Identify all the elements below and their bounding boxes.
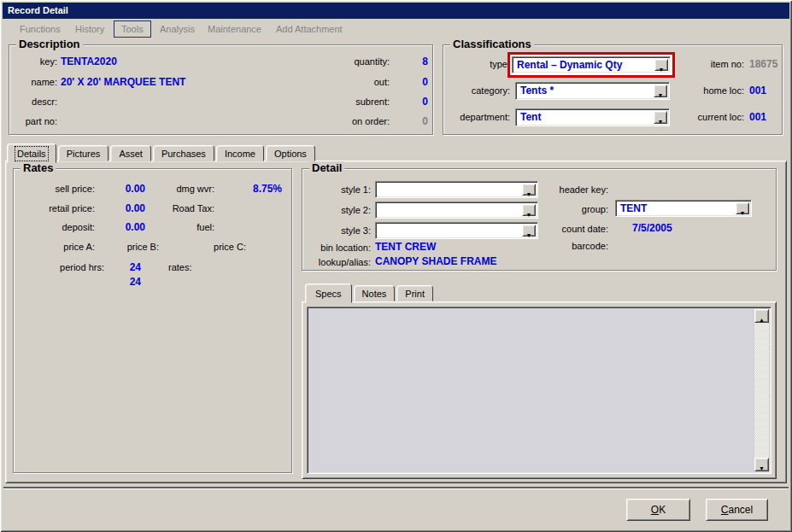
binloc-label: bin location: <box>302 242 371 254</box>
specs-tab-panel: ▲ ▼ <box>302 301 777 479</box>
details-tab-panel: Rates sell price: 0.00 dmg wvr: 8.75% re… <box>5 161 787 483</box>
footer-divider <box>3 487 789 489</box>
rates-label: rates: <box>168 261 192 274</box>
out-value: 0 <box>394 76 428 89</box>
homeloc-value: 001 <box>749 85 766 97</box>
lookup-label: lookup/alias: <box>302 256 371 269</box>
description-legend: Description <box>16 38 83 50</box>
subrent-value: 0 <box>394 96 428 108</box>
currentloc-label: current loc: <box>614 111 744 124</box>
key-value: TENTA2020 <box>61 56 117 68</box>
pricec-label: price C: <box>169 241 246 254</box>
out-label: out: <box>253 76 390 89</box>
lookup-value: CANOPY SHADE FRAME <box>375 255 496 268</box>
menu-bar: Functions History Tools Analysis Mainten… <box>3 19 789 39</box>
periodhrs-value-2: 24 <box>97 276 141 289</box>
retailprice-label: retail price: <box>14 202 95 215</box>
onorder-value: 0 <box>394 115 428 128</box>
tab-pictures[interactable]: Pictures <box>58 145 109 161</box>
subrent-label: subrent: <box>253 96 390 108</box>
category-label: category: <box>443 85 510 97</box>
homeloc-label: home loc: <box>614 85 744 97</box>
scroll-up-button[interactable]: ▲ <box>754 309 769 323</box>
key-label: key: <box>9 56 57 68</box>
priceb-label: price B: <box>82 241 159 254</box>
menu-maintenance[interactable]: Maintenance <box>208 23 261 35</box>
type-value: Rental – Dynamic Qty <box>517 59 622 72</box>
style3-label: style 3: <box>302 225 371 237</box>
itemno-value: 18675 <box>749 58 777 71</box>
type-label: type: <box>443 58 510 71</box>
partno-label: part no: <box>9 115 57 128</box>
dmgwvr-label: dmg wvr: <box>129 183 214 196</box>
title-bar: Record Detail <box>3 3 789 19</box>
scroll-up-icon: ▲ <box>759 317 765 323</box>
classifications-legend: Classifications <box>450 38 534 50</box>
group-dropdown-button[interactable]: ▼ <box>736 202 749 214</box>
tab-options[interactable]: Options <box>266 145 315 161</box>
descr-label: descr: <box>9 96 57 108</box>
chevron-down-icon: ▼ <box>740 210 746 216</box>
name-value: 20' X 20' MARQUEE TENT <box>61 76 185 89</box>
periodhrs-label: period hrs: <box>14 261 104 274</box>
menu-analysis[interactable]: Analysis <box>160 23 195 35</box>
tab-specs[interactable]: Specs <box>305 284 352 303</box>
countdate-value: 7/5/2005 <box>632 222 672 235</box>
cancel-button[interactable]: Cancel <box>706 499 768 521</box>
group-label: group: <box>506 203 608 216</box>
binloc-value: TENT CREW <box>375 241 436 254</box>
quantity-value: 8 <box>394 56 428 68</box>
detail-legend: Detail <box>309 161 344 174</box>
dmgwvr-value: 8.75% <box>219 183 282 196</box>
roadtax-label: Road Tax: <box>129 202 214 215</box>
name-label: name: <box>9 76 57 89</box>
sellprice-label: sell price: <box>14 183 95 196</box>
vertical-scrollbar[interactable]: ▲ ▼ <box>754 309 769 471</box>
barcode-label: barcode: <box>506 240 608 253</box>
itemno-label: item no: <box>614 58 744 71</box>
specs-textarea[interactable]: ▲ ▼ <box>307 307 771 474</box>
style2-label: style 2: <box>302 204 371 217</box>
description-group: Description key: TENTA2020 name: 20' X 2… <box>9 44 433 135</box>
currentloc-value: 001 <box>749 111 766 124</box>
tab-asset[interactable]: Asset <box>110 145 151 161</box>
quantity-label: quantity: <box>253 56 390 68</box>
detail-group: Detail style 1: ▼ style 2: ▼ style 3: ▼ … <box>302 168 777 271</box>
window-title: Record Detail <box>8 5 68 15</box>
onorder-label: on order: <box>253 115 390 128</box>
rates-legend: Rates <box>21 161 56 174</box>
countdate-label: count date: <box>506 223 608 236</box>
menu-tools[interactable]: Tools <box>114 20 151 38</box>
ok-button[interactable]: OK <box>626 499 690 521</box>
tab-print[interactable]: Print <box>396 285 433 301</box>
deposit-label: deposit: <box>14 221 95 234</box>
tab-purchases[interactable]: Purchases <box>153 145 214 161</box>
rates-group: Rates sell price: 0.00 dmg wvr: 8.75% re… <box>13 168 292 473</box>
menu-add-attachment[interactable]: Add Attachment <box>276 23 343 35</box>
tab-notes[interactable]: Notes <box>354 285 396 301</box>
department-value: Tent <box>520 111 541 124</box>
department-label: department: <box>443 111 510 124</box>
menu-history[interactable]: History <box>75 23 104 35</box>
group-value: TENT <box>620 202 647 215</box>
tab-details[interactable]: Details <box>7 143 56 163</box>
periodhrs-value: 24 <box>97 261 141 274</box>
fuel-label: fuel: <box>129 221 214 234</box>
headerkey-label: header key: <box>506 184 608 196</box>
scroll-down-button[interactable]: ▼ <box>754 458 769 471</box>
category-value: Tents * <box>520 85 554 97</box>
specs-tab-strip: Specs Notes Print <box>305 282 435 301</box>
group-combobox[interactable]: TENT ▼ <box>615 200 752 217</box>
menu-functions[interactable]: Functions <box>20 23 61 35</box>
record-detail-dialog: Record Detail Functions History Tools An… <box>0 0 792 532</box>
tab-income[interactable]: Income <box>216 145 264 161</box>
main-tab-strip: Details Pictures Asset Purchases Income … <box>7 142 317 161</box>
scroll-down-icon: ▼ <box>759 465 765 471</box>
classifications-group: Classifications type: Rental – Dynamic Q… <box>443 44 783 135</box>
style1-label: style 1: <box>302 184 371 196</box>
